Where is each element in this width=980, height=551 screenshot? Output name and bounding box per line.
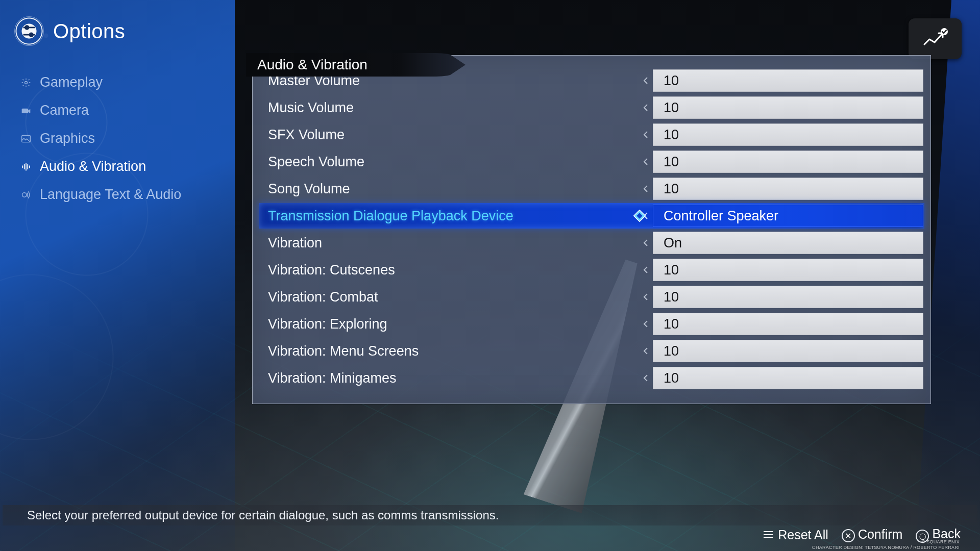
setting-label: Vibration: Cutscenes (259, 262, 639, 278)
audio-icon (20, 162, 32, 172)
setting-label: Vibration (259, 235, 639, 251)
setting-value[interactable]: 10 (653, 151, 923, 173)
setting-value[interactable]: 10 (653, 259, 923, 281)
image-icon (20, 134, 32, 143)
chevron-left-icon[interactable] (639, 158, 653, 166)
setting-label: Music Volume (259, 100, 639, 116)
setting-row[interactable]: Vibration: Minigames10 (259, 365, 924, 391)
chevron-left-icon[interactable] (639, 239, 653, 247)
options-button-icon (762, 528, 775, 541)
setting-value[interactable]: 10 (653, 178, 923, 200)
sidebar-item-graphics[interactable]: Graphics (0, 124, 235, 153)
sidebar-item-label: Graphics (40, 131, 95, 146)
graph-check-icon (922, 28, 948, 49)
setting-value[interactable]: 10 (653, 286, 923, 308)
chevron-left-icon[interactable] (639, 77, 653, 85)
setting-label: Vibration: Exploring (259, 316, 639, 332)
gear-icon (20, 78, 32, 88)
svg-point-12 (22, 192, 27, 196)
setting-row[interactable]: Speech Volume10 (259, 149, 924, 174)
svg-point-3 (30, 33, 33, 37)
sidebar: Options Gameplay Camera Graphics Audio &… (0, 0, 235, 551)
setting-value[interactable]: On (653, 232, 923, 254)
setting-value[interactable]: 10 (653, 96, 923, 119)
setting-row[interactable]: Music Volume10 (259, 95, 924, 120)
sidebar-item-gameplay[interactable]: Gameplay (0, 68, 235, 96)
page-header: Options (0, 0, 235, 46)
chevron-left-icon[interactable] (639, 266, 653, 274)
svg-point-1 (25, 26, 29, 30)
speech-icon (20, 190, 32, 200)
chevron-left-icon[interactable] (639, 347, 653, 355)
graphics-mode-button[interactable] (909, 18, 962, 59)
panel-tab: Audio & Vibration (246, 53, 465, 77)
setting-value[interactable]: 10 (653, 123, 923, 146)
chevron-left-icon[interactable] (639, 104, 653, 112)
camera-icon (20, 106, 32, 115)
help-bar: Select your preferred output device for … (3, 505, 977, 525)
setting-label: Transmission Dialogue Playback Device (259, 208, 639, 224)
setting-label: Vibration: Combat (259, 289, 639, 305)
chevron-left-icon[interactable] (639, 320, 653, 328)
page-title: Options (53, 20, 125, 43)
chevron-left-icon[interactable] (639, 293, 653, 301)
setting-row[interactable]: Vibration: Cutscenes10 (259, 257, 924, 283)
setting-value[interactable]: 10 (653, 313, 923, 335)
settings-panel: Master Volume10Music Volume10SFX Volume1… (252, 55, 931, 404)
setting-row[interactable]: Transmission Dialogue Playback DeviceCon… (259, 203, 924, 229)
setting-value[interactable]: 10 (653, 340, 923, 362)
chevron-left-icon[interactable] (639, 185, 653, 193)
setting-label: SFX Volume (259, 127, 639, 143)
setting-label: Speech Volume (259, 154, 639, 170)
setting-value[interactable]: 10 (653, 367, 923, 389)
credits: © SQUARE ENIX CHARACTER DESIGN: TETSUYA … (812, 539, 960, 551)
sidebar-item-language[interactable]: Language Text & Audio (0, 181, 235, 209)
sidebar-item-camera[interactable]: Camera (0, 96, 235, 124)
setting-value[interactable]: 10 (653, 69, 923, 92)
setting-value[interactable]: Controller Speaker (653, 205, 923, 227)
panel-tab-label: Audio & Vibration (257, 57, 368, 73)
sidebar-item-label: Gameplay (40, 74, 103, 90)
chevron-left-icon[interactable] (639, 374, 653, 382)
setting-row[interactable]: Vibration: Combat10 (259, 284, 924, 310)
sidebar-item-audio-vibration[interactable]: Audio & Vibration (0, 153, 235, 181)
setting-row[interactable]: SFX Volume10 (259, 122, 924, 147)
sidebar-item-label: Audio & Vibration (40, 159, 146, 174)
setting-row[interactable]: Vibration: Menu Screens10 (259, 338, 924, 364)
setting-label: Vibration: Minigames (259, 370, 639, 386)
setting-label: Song Volume (259, 181, 639, 197)
help-text: Select your preferred output device for … (27, 508, 499, 522)
svg-rect-5 (22, 108, 29, 113)
sidebar-item-label: Language Text & Audio (40, 187, 181, 203)
chevron-left-icon[interactable] (639, 131, 653, 139)
setting-row[interactable]: Vibration: Exploring10 (259, 311, 924, 337)
sidebar-nav: Gameplay Camera Graphics Audio & Vibrati… (0, 68, 235, 209)
sidebar-item-label: Camera (40, 103, 89, 118)
svg-point-4 (25, 81, 28, 84)
setting-label: Vibration: Menu Screens (259, 343, 639, 359)
setting-row[interactable]: Song Volume10 (259, 176, 924, 202)
setting-row[interactable]: VibrationOn (259, 230, 924, 256)
options-icon (14, 16, 44, 46)
cursor-diamond-icon (632, 208, 647, 223)
